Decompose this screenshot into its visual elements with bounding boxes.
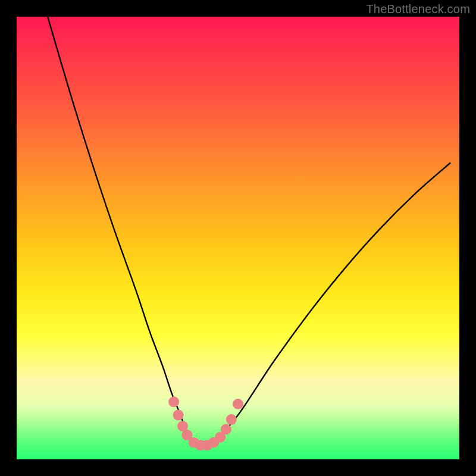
highlight-dot <box>233 399 243 409</box>
highlight-dot <box>226 414 237 425</box>
highlight-dot <box>221 424 231 434</box>
highlight-dot <box>168 396 179 407</box>
highlight-dots <box>168 396 243 450</box>
chart-frame: TheBottleneck.com <box>0 0 476 476</box>
watermark-text: TheBottleneck.com <box>366 2 470 16</box>
bottleneck-curve <box>48 17 450 447</box>
plot-area <box>17 17 459 459</box>
curve-layer <box>17 17 459 459</box>
highlight-dot <box>173 410 184 421</box>
